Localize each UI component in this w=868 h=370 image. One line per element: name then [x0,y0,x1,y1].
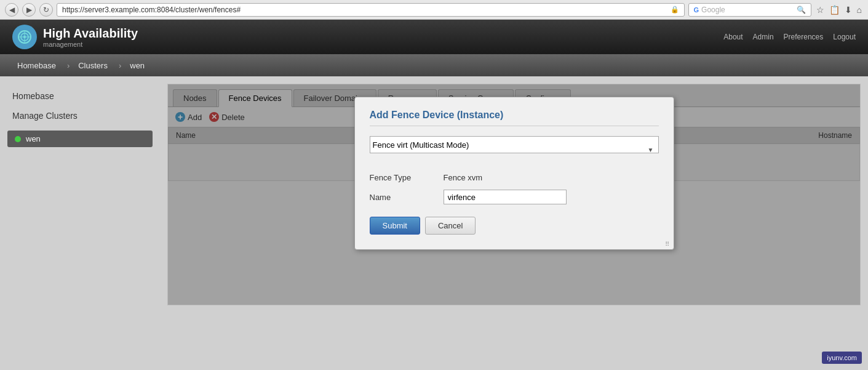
app-title-main: High Availability [43,26,138,41]
modal-actions: Submit Cancel [370,217,659,235]
fence-type-label: Fence Type [370,173,444,182]
watermark: iyunv.com [822,352,862,364]
history-icon[interactable]: 📋 [828,4,841,16]
search-placeholder: Google [701,6,725,14]
cancel-button[interactable]: Cancel [425,217,476,235]
resize-handle[interactable]: ⠿ [665,241,672,248]
url-text: https://server3.example.com:8084/cluster… [62,6,671,14]
bookmark-star-icon[interactable]: ☆ [815,4,826,16]
name-input[interactable] [444,190,567,204]
fence-type-select[interactable]: Fence virt (Multicast Mode) Fence xvm Fe… [370,136,659,153]
breadcrumb-wen[interactable]: wen [122,57,154,74]
app-title: High Availability management [43,26,138,48]
breadcrumb-homebase[interactable]: Homebase [10,57,66,74]
add-fence-device-modal: Add Fence Device (Instance) Fence virt (… [354,97,674,250]
browser-toolbar-icons: ☆ 📋 ⬇ ⌂ [815,4,863,16]
app-header: High Availability management About Admin… [0,20,868,54]
logout-link[interactable]: Logout [833,33,856,41]
sidebar: Homebase Manage Clusters wen [0,76,160,370]
search-bar[interactable]: G Google 🔍 [688,3,811,17]
sidebar-item-manage-clusters[interactable]: Manage Clusters [0,106,160,126]
submit-button[interactable]: Submit [370,217,420,235]
back-button[interactable]: ◀ [5,3,18,17]
name-row: Name [370,190,659,204]
url-bar[interactable]: https://server3.example.com:8084/cluster… [57,3,685,17]
cluster-status-dot [15,136,21,142]
preferences-link[interactable]: Preferences [784,33,824,41]
sidebar-cluster-wen[interactable]: wen [7,131,153,147]
app-title-sub: management [43,41,138,48]
watermark-text: iyunv.com [827,354,857,361]
browser-bar: ◀ ▶ ↻ https://server3.example.com:8084/c… [0,0,868,20]
security-icon: 🔒 [671,6,679,14]
breadcrumb-bar: Homebase › Clusters › wen [0,54,868,76]
search-icon[interactable]: 🔍 [797,6,806,14]
logo-icon [12,25,37,49]
content-panel: Nodes Fence Devices Failover Domains Res… [167,84,861,305]
download-icon[interactable]: ⬇ [843,4,853,16]
main-layout: Homebase Manage Clusters wen Nodes Fence… [0,76,868,370]
name-label: Name [370,193,444,202]
fence-type-row: Fence Type Fence xvm [370,173,659,182]
about-link[interactable]: About [723,33,743,41]
search-engine-logo: G [694,6,699,14]
admin-link[interactable]: Admin [753,33,774,41]
fence-type-value: Fence xvm [444,173,483,182]
reload-button[interactable]: ↻ [39,3,53,17]
app-logo: High Availability management [12,25,138,49]
cluster-name-label: wen [26,134,41,143]
content-area: Nodes Fence Devices Failover Domains Res… [160,76,868,370]
app-nav-links: About Admin Preferences Logout [723,33,856,41]
modal-overlay: Add Fence Device (Instance) Fence virt (… [168,84,860,305]
breadcrumb-clusters[interactable]: Clusters [71,57,117,74]
fence-type-select-wrapper[interactable]: Fence virt (Multicast Mode) Fence xvm Fe… [370,136,659,163]
forward-button[interactable]: ▶ [22,3,36,17]
modal-title: Add Fence Device (Instance) [370,110,659,126]
sidebar-item-homebase[interactable]: Homebase [0,86,160,106]
home-icon[interactable]: ⌂ [856,4,863,16]
